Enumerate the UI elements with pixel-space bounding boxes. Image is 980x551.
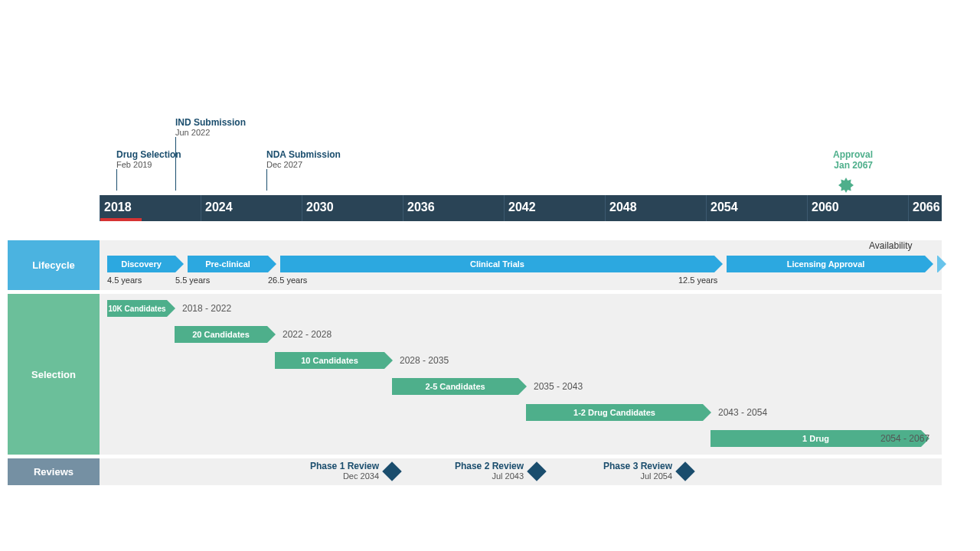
milestone-title: IND Submission bbox=[175, 117, 246, 128]
year-label: 2018 bbox=[104, 201, 132, 214]
year-label: 2030 bbox=[306, 201, 334, 214]
selection-2-5: 2-5 Candidates bbox=[392, 378, 518, 395]
reviews-section-label: Reviews bbox=[8, 458, 100, 485]
duration: 5.5 years bbox=[175, 276, 210, 285]
approval-title: Approval bbox=[833, 149, 873, 160]
duration: 4.5 years bbox=[107, 276, 142, 285]
lifecycle-licensing: Licensing Approval bbox=[727, 256, 925, 272]
milestone-title: Drug Selection bbox=[116, 149, 181, 160]
milestone-approval: Approval Jan 2067 bbox=[833, 149, 873, 171]
duration: 26.5 years bbox=[268, 276, 307, 285]
year-label: 2066 bbox=[913, 201, 940, 214]
selection-10: 10 Candidates bbox=[275, 352, 384, 369]
selection-1-2: 1-2 Drug Candidates bbox=[526, 404, 703, 421]
milestone-nda-submission: NDA Submission Dec 2027 bbox=[266, 149, 341, 169]
approval-starburst-icon bbox=[838, 178, 854, 193]
duration: 12.5 years bbox=[678, 276, 717, 285]
lifecycle-clinical-trials: Clinical Trials bbox=[280, 256, 714, 272]
selection-range: 2022 - 2028 bbox=[283, 329, 332, 340]
review-phase1: Phase 1 Review Dec 2034 bbox=[299, 461, 379, 481]
year-label: 2036 bbox=[407, 201, 435, 214]
selection-10k: 10K Candidates bbox=[107, 300, 167, 317]
review-phase2: Phase 2 Review Jul 2043 bbox=[443, 461, 524, 481]
milestone-drug-selection: Drug Selection Feb 2019 bbox=[116, 149, 181, 169]
lifecycle-availability bbox=[937, 256, 938, 272]
selection-range: 2018 - 2022 bbox=[182, 303, 231, 314]
milestone-date: Jun 2022 bbox=[175, 128, 246, 137]
selection-section-label: Selection bbox=[8, 294, 100, 455]
progress-bar bbox=[100, 218, 142, 221]
selection-body: 10K Candidates 2018 - 2022 20 Candidates… bbox=[100, 294, 942, 455]
selection-range: 2054 - 2067 bbox=[880, 433, 929, 444]
year-label: 2060 bbox=[812, 201, 839, 214]
lifecycle-section: Lifecycle Discovery Pre-clinical Clinica… bbox=[8, 240, 942, 290]
selection-range: 2035 - 2043 bbox=[534, 381, 583, 392]
lifecycle-body: Discovery Pre-clinical Clinical Trials L… bbox=[100, 240, 942, 290]
selection-20: 20 Candidates bbox=[175, 326, 267, 343]
year-label: 2054 bbox=[710, 201, 738, 214]
milestones-area: Drug Selection Feb 2019 IND Submission J… bbox=[8, 115, 942, 195]
year-label: 2042 bbox=[508, 201, 536, 214]
selection-range: 2043 - 2054 bbox=[718, 407, 767, 418]
year-label: 2048 bbox=[609, 201, 637, 214]
time-axis: 2018 2024 2030 2036 2042 2048 2054 2060 … bbox=[100, 195, 942, 221]
approval-date: Jan 2067 bbox=[833, 160, 873, 171]
lifecycle-availability-label: Availability bbox=[869, 240, 912, 251]
milestone-ind-submission: IND Submission Jun 2022 bbox=[175, 117, 246, 137]
review-diamond-icon bbox=[527, 461, 546, 481]
review-diamond-icon bbox=[675, 461, 694, 481]
year-label: 2024 bbox=[205, 201, 233, 214]
timeline-diagram: Drug Selection Feb 2019 IND Submission J… bbox=[8, 115, 942, 485]
milestone-date: Feb 2019 bbox=[116, 160, 181, 169]
lifecycle-section-label: Lifecycle bbox=[8, 240, 100, 290]
lifecycle-preclinical: Pre-clinical bbox=[188, 256, 268, 272]
review-phase3: Phase 3 Review Jul 2054 bbox=[592, 461, 672, 481]
milestone-title: NDA Submission bbox=[266, 149, 341, 160]
reviews-body: Phase 1 Review Dec 2034 Phase 2 Review J… bbox=[100, 458, 942, 485]
selection-section: Selection 10K Candidates 2018 - 2022 20 … bbox=[8, 294, 942, 455]
lifecycle-discovery: Discovery bbox=[107, 256, 175, 272]
selection-range: 2028 - 2035 bbox=[400, 355, 449, 366]
reviews-section: Reviews Phase 1 Review Dec 2034 Phase 2 … bbox=[8, 458, 942, 485]
milestone-date: Dec 2027 bbox=[266, 160, 341, 169]
review-diamond-icon bbox=[382, 461, 401, 481]
